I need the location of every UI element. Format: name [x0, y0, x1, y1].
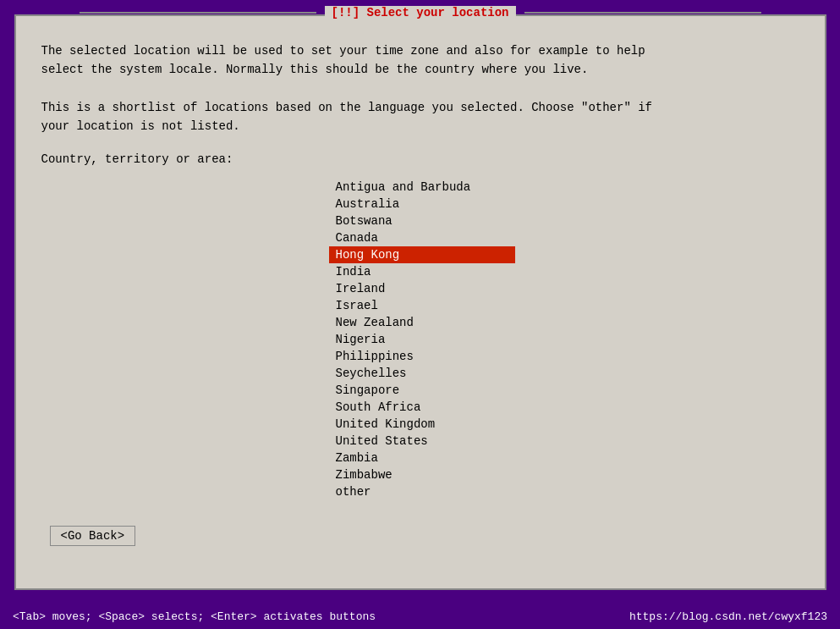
title-line-left	[79, 12, 316, 14]
dialog-title-bar: [!!] Select your location	[79, 6, 760, 19]
list-item[interactable]: Israel	[329, 297, 515, 314]
list-item[interactable]: Botswana	[329, 212, 515, 229]
list-item[interactable]: Seychelles	[329, 365, 515, 382]
status-right: https://blog.csdn.net/cwyxf123	[629, 610, 827, 623]
list-item[interactable]: Australia	[329, 196, 515, 212]
status-left: <Tab> moves; <Space> selects; <Enter> ac…	[13, 610, 376, 623]
list-item[interactable]: Hong Kong	[329, 246, 515, 263]
list-item[interactable]: Canada	[329, 229, 515, 246]
list-item[interactable]: Nigeria	[329, 331, 515, 348]
list-item[interactable]: Singapore	[329, 382, 515, 399]
country-list: Antigua and BarbudaAustraliaBotswanaCana…	[41, 179, 799, 500]
list-item[interactable]: South Africa	[329, 399, 515, 416]
list-item[interactable]: other	[329, 483, 515, 500]
dialog-title: [!!] Select your location	[324, 6, 515, 19]
list-item[interactable]: Antigua and Barbuda	[329, 179, 515, 196]
dialog-box: [!!] Select your location The selected l…	[14, 14, 826, 590]
description-text: The selected location will be used to se…	[41, 41, 799, 136]
list-item[interactable]: Philippines	[329, 348, 515, 365]
list-item[interactable]: Ireland	[329, 280, 515, 297]
status-bar: <Tab> moves; <Space> selects; <Enter> ac…	[0, 604, 840, 629]
go-back-button[interactable]: <Go Back>	[50, 526, 136, 546]
desc-line4: This is a shortlist of locations based o…	[41, 98, 799, 117]
country-label: Country, territory or area:	[41, 152, 799, 166]
desc-line1: The selected location will be used to se…	[41, 41, 799, 60]
list-item[interactable]: United Kingdom	[329, 416, 515, 433]
list-item[interactable]: United States	[329, 433, 515, 450]
buttons-row: <Go Back>	[41, 526, 799, 546]
title-line-right	[524, 12, 761, 14]
main-area: [!!] Select your location The selected l…	[0, 0, 840, 604]
desc-line5: your location is not listed.	[41, 117, 799, 135]
list-item[interactable]: Zimbabwe	[329, 466, 515, 483]
desc-line2: select the system locale. Normally this …	[41, 60, 799, 79]
list-item[interactable]: New Zealand	[329, 314, 515, 331]
list-item[interactable]: Zambia	[329, 450, 515, 466]
list-item[interactable]: India	[329, 263, 515, 280]
